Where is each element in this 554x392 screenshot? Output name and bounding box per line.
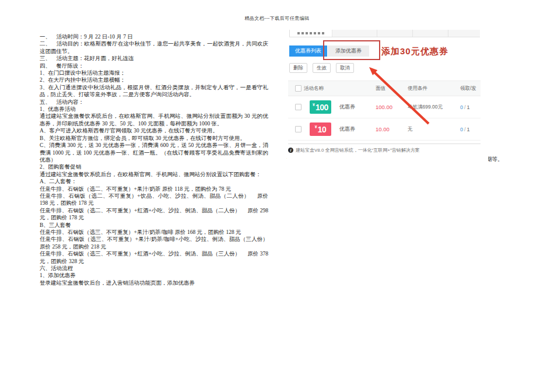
coupon-value: 100.00	[376, 104, 408, 110]
document-line: 1、在门口摆设中秋活动主题海报；	[40, 69, 268, 76]
document-line: 一、 活动时间：9 月 22 日-10 月 7 日	[40, 33, 268, 40]
coupon-name-cell: ¥100 优惠券	[304, 100, 376, 114]
document-line: 2、在大厅内挂中秋活动主题横幅；	[40, 76, 268, 83]
coupon-value: 10.00	[376, 126, 408, 132]
footer-text: 建站宝盒V8.0 全网营销系统，一体化“互联网+”营销解决方案	[296, 147, 420, 153]
document-line: 任意牛排、石锅饭（选二、不可重复）+果汁/奶茶 原价 118 元，团购价为 78…	[40, 186, 268, 192]
document-line: C、消费满 300 元，送 30 元优惠券一张，消费满 600 元，送 50 元…	[40, 142, 268, 163]
document-line: B、关注欧格斯官方微信，绑定会员，即可猎取 30 元优惠券，在线订餐时方可使用。	[40, 135, 268, 142]
coupon-badge-10: ¥10	[310, 123, 331, 136]
document-line: A、客户可进入欧格斯西餐厅官网领取 30 元优惠券，在线订餐方可使用。	[40, 127, 268, 134]
received-count: 0	[460, 127, 463, 132]
document-line: 四、 餐厅陈设：	[40, 62, 268, 69]
document-line: 任意牛排、石锅饭（选二、不可重复）+红酒+小吃、沙拉、例汤、甜品（二人份） 原价…	[40, 207, 268, 222]
issued-count: 1	[467, 104, 470, 110]
row-checkbox[interactable]	[295, 104, 301, 110]
document-line: B、三人套餐	[40, 222, 268, 229]
document-line: 1、添加优惠券	[40, 272, 268, 279]
badge-amount: 100	[315, 103, 328, 112]
coupon-name-cell: ¥10 优惠券	[304, 123, 376, 136]
column-header-condition: 使用条件	[408, 85, 460, 92]
document-line: 三、 活动主题：花好月圆，好礼连连	[40, 55, 268, 62]
cropped-active-tab[interactable]	[289, 30, 332, 37]
document-line: 登录建站宝盒微餐饮后台，进入营销活动功能页面，添加优惠券	[40, 279, 268, 286]
document-line: 五、 活动内容：	[40, 99, 268, 106]
row-checkbox[interactable]	[295, 126, 301, 132]
document-line: 任意牛排、石锅饭（选三、不可重复）+果汁/奶茶/咖啡 原价 168 元，团购价 …	[40, 229, 268, 236]
document-line: 通过建站宝盒微餐饮系统后台，在欧格斯官网、手机网站、微网站分别设置以下团购套餐：	[40, 171, 268, 178]
table-header-row: 活动名称 面值 使用条件 领取/发	[288, 80, 481, 96]
select-all-checkbox[interactable]	[295, 85, 301, 92]
table-row: ¥10 优惠券 10.00 无 0/1	[288, 118, 481, 141]
coupon-list-tab-button[interactable]: 优惠券列表	[289, 46, 327, 57]
document-line: 通过建站宝盒微餐饮系统后台，在欧格斯官网、手机网站、微网站分别设置面额为 30 …	[40, 113, 268, 127]
tab-segment[interactable]	[413, 30, 448, 37]
info-icon: i	[288, 148, 293, 153]
column-header-received: 领取/发	[460, 85, 481, 92]
footer-info-bar: i 建站宝盒V8.0 全网营销系统，一体化“互联网+”营销解决方案	[288, 144, 481, 153]
document-line: 任意牛排、石锅饭（选三、不可重复）+红酒+小吃、沙拉、例汤、甜品（三人份） 原价…	[40, 250, 268, 265]
tab-segment	[448, 30, 480, 37]
coupon-badge-100: ¥100	[310, 100, 331, 114]
received-issued-cell: 0/1	[460, 104, 481, 110]
embedded-admin-screenshot: 优惠券列表 添加优惠券 添加30元优惠券 删除 生效 取消 活动名称 面值 使用…	[287, 28, 488, 163]
red-annotation-text: 添加30元优惠券	[381, 46, 448, 57]
yen-symbol: ¥	[313, 103, 315, 107]
table-action-buttons: 删除 生效 取消	[289, 63, 354, 73]
delete-button[interactable]: 删除	[289, 63, 307, 73]
document-line: 2、团购套餐促销	[40, 163, 268, 170]
document-line: 1、优惠券活动	[40, 106, 268, 113]
slash: /	[464, 127, 466, 132]
activate-button[interactable]: 生效	[313, 63, 331, 73]
yen-symbol: ¥	[315, 125, 317, 129]
badge-amount: 10	[318, 125, 327, 134]
coupon-condition: 单笔满699.00元	[408, 104, 460, 111]
received-issued-cell: 0/1	[460, 127, 481, 132]
tab-segment[interactable]	[377, 30, 413, 37]
document-line: 任意牛排、石锅饭（选三、不可重复）+果汁/奶茶/咖啡+小吃、沙拉、例汤、甜品（三…	[40, 236, 268, 250]
document-line: 3、在入门通道摆设中秋活动礼品，根据月饼、红酒分类摆放，并制定专人看守，一是看守…	[40, 84, 268, 99]
document-line: 六、活动流程	[40, 265, 268, 272]
coupon-condition: 无	[408, 126, 460, 133]
document-line: 二、 活动目的：欧格斯西餐厅在这中秋佳节，邀您一起共享美食，一起饮酒赏月，共同欢…	[40, 40, 268, 55]
slash: /	[464, 104, 466, 110]
coupon-name: 优惠券	[339, 125, 355, 133]
cancel-button[interactable]: 取消	[336, 63, 354, 73]
coupon-name: 优惠券	[339, 103, 355, 111]
document-line: 任意牛排、石锅饭（选二、不可重复）+饮品、小吃、沙拉、例汤、甜品（二人份） 原价…	[40, 192, 268, 207]
red-annotation-rectangle	[323, 40, 380, 60]
document-line: A、二人套餐：	[40, 178, 268, 185]
illegible-tab-label	[297, 32, 324, 34]
tab-strip	[289, 30, 480, 37]
document-watermark-header: 精品文档---下载后可任意编辑	[0, 15, 554, 22]
issued-count: 1	[467, 127, 470, 132]
table-row: ¥100 优惠券 100.00 单笔满699.00元 0/1	[288, 96, 481, 118]
column-header-value: 面值	[376, 85, 408, 92]
tab-strip-background	[332, 30, 480, 37]
tab-segment[interactable]	[332, 30, 377, 37]
coupon-table: 活动名称 面值 使用条件 领取/发 ¥100 优惠券 100.00 单笔满699…	[288, 80, 481, 141]
document-body: 一、 活动时间：9 月 22 日-10 月 7 日二、 活动目的：欧格斯西餐厅在…	[40, 33, 268, 286]
received-count: 0	[460, 104, 463, 110]
column-header-name: 活动名称	[304, 85, 376, 92]
